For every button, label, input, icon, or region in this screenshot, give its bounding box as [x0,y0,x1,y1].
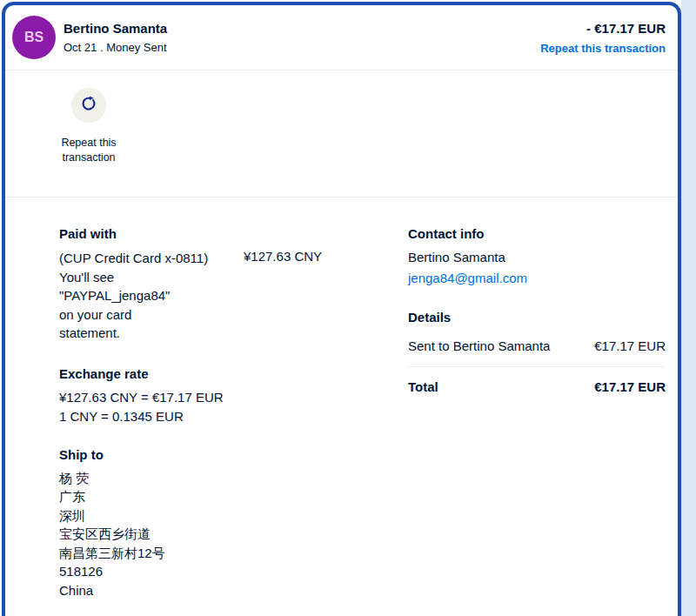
ship-to-heading: Ship to [59,447,368,462]
paid-amount-cny: ¥127.63 CNY [244,249,322,343]
transaction-details: Paid with (CUP Credit Card x-0811) You'l… [5,198,678,616]
paid-with-heading: Paid with [59,226,368,241]
paid-with-row: (CUP Credit Card x-0811) You'll see "PAY… [59,249,368,343]
refresh-icon [79,94,98,117]
contact-info-section: Contact info Bertino Samanta jenga84@gma… [408,226,666,285]
payment-method-line: (CUP Credit Card x-0811) [59,249,244,268]
total-row: Total €17.17 EUR [408,379,666,394]
address-line: 广东 [59,487,368,506]
ship-to-section: Ship to 杨 荧 广东 深圳 宝安区西乡街道 南昌第三新村12号 5181… [59,447,368,600]
sent-amount-row: Sent to Bertino Samanta €17.17 EUR [408,338,666,353]
address-line: 宝安区西乡街道 [59,525,368,544]
details-heading: Details [408,310,666,325]
payment-method-line: statement. [59,324,244,343]
paid-with-section: Paid with (CUP Credit Card x-0811) You'l… [59,226,368,343]
page-background-strip [681,0,696,616]
address-line: 518126 [59,562,368,581]
exchange-rate-heading: Exchange rate [59,366,368,381]
total-amount: €17.17 EUR [594,379,666,394]
repeat-icon-circle [71,88,106,123]
exchange-rate-section: Exchange rate ¥127.63 CNY = €17.17 EUR 1… [59,366,368,426]
summary-divider [408,366,666,367]
exchange-rate-line: 1 CNY = 0.1345 EUR [59,407,368,426]
address-line: 南昌第三新村12号 [59,544,368,563]
address-line: China [59,581,368,600]
shipping-address: 杨 荧 广东 深圳 宝安区西乡街道 南昌第三新村12号 518126 China [59,469,368,600]
sent-row-label: Sent to Bertino Samanta [408,338,550,353]
payment-method-line: on your card [59,305,244,325]
payment-method-description: (CUP Credit Card x-0811) You'll see "PAY… [59,249,244,343]
details-right-column: Contact info Bertino Samanta jenga84@gma… [408,226,666,616]
contact-email-link[interactable]: jenga84@gmail.com [408,271,666,285]
payment-method-line: You'll see [59,268,244,287]
transaction-amount: - €17.17 EUR [540,21,666,36]
details-left-column: Paid with (CUP Credit Card x-0811) You'l… [59,226,368,616]
exchange-rate-line: ¥127.63 CNY = €17.17 EUR [59,388,368,407]
transaction-header: BS Bertino Samanta Oct 21 . Money Sent -… [5,5,678,70]
contact-name: Bertino Samanta [408,250,666,264]
address-line: 杨 荧 [59,469,368,488]
repeat-transaction-button[interactable]: Repeat this transaction [57,88,121,165]
avatar: BS [12,16,56,59]
total-label: Total [408,379,438,394]
contact-info-heading: Contact info [408,226,666,241]
exchange-rate-values: ¥127.63 CNY = €17.17 EUR 1 CNY = 0.1345 … [59,388,368,426]
repeat-button-label: Repeat this transaction [57,136,121,165]
details-summary-section: Details Sent to Bertino Samanta €17.17 E… [408,310,666,394]
sent-row-amount: €17.17 EUR [594,338,666,353]
contact-name-title: Bertino Samanta [64,21,167,36]
header-identity: Bertino Samanta Oct 21 . Money Sent [64,21,167,54]
repeat-transaction-link[interactable]: Repeat this transaction [540,42,666,55]
transaction-date-type: Oct 21 . Money Sent [64,41,167,54]
payment-method-line: "PAYPAL_jenga84" [59,286,244,305]
header-amount-block: - €17.17 EUR Repeat this transaction [540,21,666,55]
actions-section: Repeat this transaction [5,88,678,198]
address-line: 深圳 [59,506,368,526]
transaction-card: BS Bertino Samanta Oct 21 . Money Sent -… [2,2,681,616]
